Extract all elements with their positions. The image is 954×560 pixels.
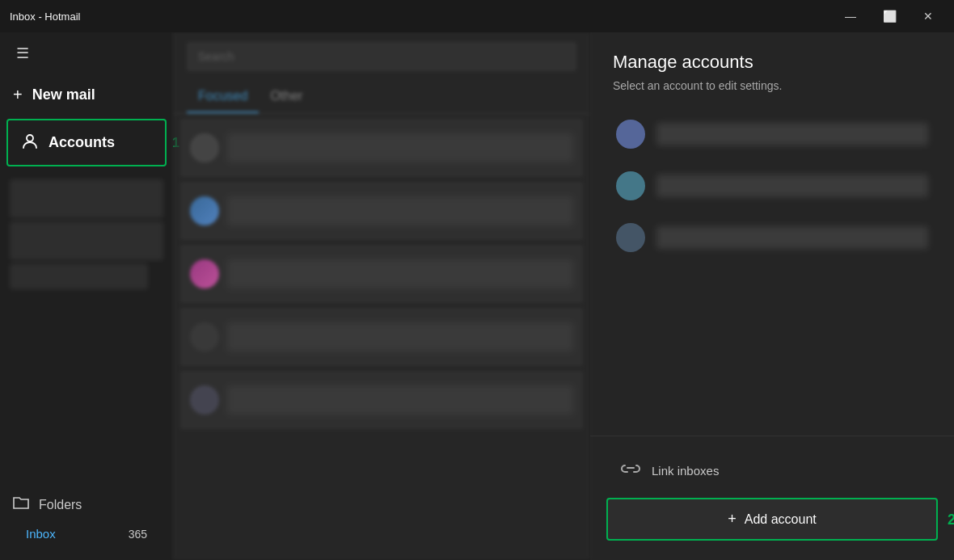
window-title: Inbox - Hotmail: [10, 11, 80, 23]
account-list: [590, 99, 954, 436]
folders-icon: [13, 495, 29, 514]
add-account-button[interactable]: + Add account: [606, 498, 938, 541]
email-avatar-3: [190, 259, 219, 288]
account-info-2: [656, 175, 928, 197]
link-inboxes-button[interactable]: Link inboxes: [606, 449, 938, 491]
tab-other[interactable]: Other: [259, 81, 314, 113]
manage-header: Manage accounts Select an account to edi…: [590, 32, 954, 99]
account-item-3[interactable]: [606, 212, 938, 263]
account-info-1: [656, 123, 928, 145]
new-mail-label: New mail: [32, 86, 95, 103]
email-panel: Focused Other: [173, 32, 590, 560]
email-list: [174, 114, 589, 560]
account-avatar-1: [616, 120, 645, 149]
add-account-badge: 2: [948, 511, 954, 528]
sidebar-blur-item-1: [10, 179, 163, 218]
inbox-item[interactable]: Inbox 365: [13, 520, 160, 547]
new-mail-button[interactable]: + New mail: [0, 74, 173, 116]
sidebar: ☰ + New mail Accounts 1: [0, 32, 173, 560]
manage-accounts-subtitle: Select an account to edit settings.: [613, 79, 931, 92]
email-content-4: [227, 322, 573, 352]
main-content: ☰ + New mail Accounts 1: [0, 32, 954, 560]
titlebar: Inbox - Hotmail — ⬜ ✕: [0, 0, 954, 32]
inbox-label: Inbox: [26, 527, 56, 541]
email-item-1[interactable]: [180, 119, 583, 177]
add-account-plus-icon: +: [728, 511, 737, 528]
manage-accounts-title: Manage accounts: [613, 52, 931, 73]
accounts-icon: [21, 132, 39, 154]
sidebar-bottom: Folders Inbox 365: [0, 481, 173, 560]
account-item-1[interactable]: [606, 108, 938, 160]
svg-point-0: [27, 135, 33, 141]
hamburger-menu-button[interactable]: ☰: [8, 39, 37, 68]
account-avatar-3: [616, 223, 645, 252]
email-content-5: [227, 385, 573, 415]
add-account-wrapper: + Add account 2: [606, 498, 938, 541]
email-item-5[interactable]: [180, 371, 583, 429]
hamburger-icon: ☰: [16, 44, 29, 62]
manage-footer: Link inboxes + Add account 2: [590, 436, 954, 560]
tabs-row: Focused Other: [174, 81, 589, 114]
sidebar-blur-item-3: [10, 263, 148, 289]
maximize-button[interactable]: ⬜: [873, 4, 905, 28]
email-item-4[interactable]: [180, 308, 583, 366]
account-item-2[interactable]: [606, 160, 938, 212]
search-bar: [174, 32, 589, 81]
email-content-3: [227, 259, 573, 288]
email-item-2[interactable]: [180, 182, 583, 240]
inbox-count: 365: [129, 528, 147, 541]
email-content-2: [227, 196, 573, 225]
email-avatar-4: [190, 322, 219, 352]
accounts-label: Accounts: [49, 134, 115, 151]
sidebar-top: ☰: [0, 32, 173, 74]
manage-accounts-panel: Manage accounts Select an account to edi…: [590, 32, 954, 560]
add-account-label: Add account: [745, 512, 817, 527]
new-mail-plus-icon: +: [13, 86, 23, 104]
sidebar-email-list: [0, 170, 173, 481]
accounts-button[interactable]: Accounts 1: [6, 119, 167, 166]
window-controls: — ⬜ ✕: [834, 4, 944, 28]
email-item-3[interactable]: [180, 245, 583, 303]
minimize-button[interactable]: —: [834, 4, 867, 28]
email-avatar-1: [190, 133, 219, 162]
email-avatar-5: [190, 385, 219, 415]
tab-focused[interactable]: Focused: [187, 81, 259, 113]
account-info-3: [656, 226, 928, 249]
link-inboxes-icon: [619, 459, 642, 482]
link-inboxes-label: Link inboxes: [652, 464, 719, 478]
folders-label: Folders: [39, 498, 82, 512]
search-input[interactable]: [187, 42, 576, 71]
sidebar-blur-item-2: [10, 221, 163, 260]
email-content-1: [227, 133, 573, 162]
close-button[interactable]: ✕: [912, 4, 944, 28]
email-avatar-2: [190, 196, 219, 225]
account-avatar-2: [616, 171, 645, 200]
folders-button[interactable]: Folders: [13, 489, 160, 520]
